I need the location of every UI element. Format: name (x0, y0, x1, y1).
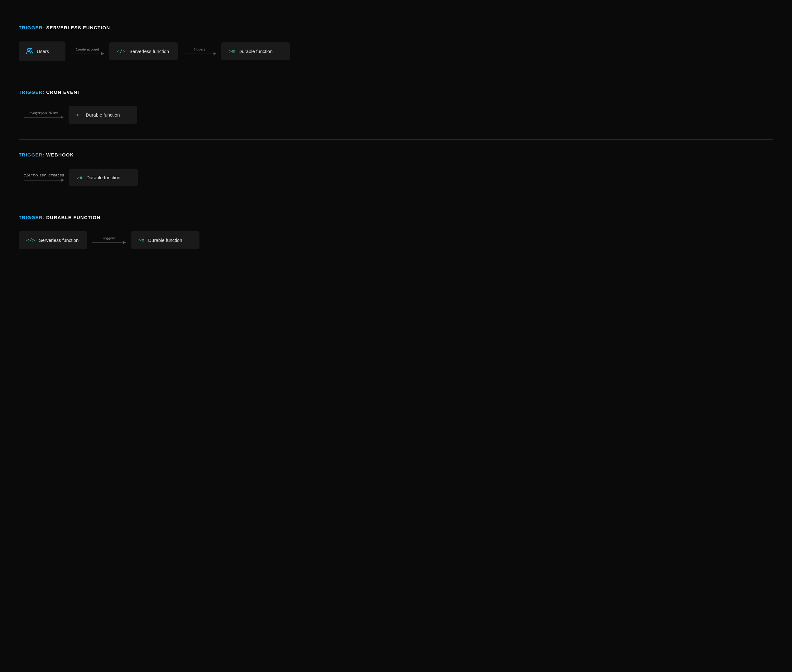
arrow-body-webhook (24, 180, 61, 181)
arrow-line-4 (92, 241, 126, 244)
arrow-label-create-account: Create account (76, 47, 99, 51)
arrow-head-2 (213, 52, 216, 55)
serverless-label-1: Serverless function (130, 49, 169, 54)
section-title-1: TRIGGER: SERVERLESS FUNCTION (19, 25, 773, 30)
arrow-label-triggers-4: triggers (104, 236, 115, 240)
node-users: Users (19, 42, 66, 61)
arrow-triggers-4: triggers (87, 236, 131, 244)
flow-row-2: everyday at 10 am >≡ Durable function (19, 106, 773, 124)
serverless-icon-1: </> (117, 49, 126, 54)
trigger-label-4: TRIGGER: (19, 215, 46, 220)
arrow-body-1 (70, 54, 101, 54)
arrow-head-webhook (61, 179, 64, 182)
durable-label-4: Durable function (148, 237, 182, 243)
durable-icon-webhook: >≡ (77, 175, 83, 180)
arrow-head-cron (61, 116, 64, 119)
section-title-2: TRIGGER: CRON EVENT (19, 90, 773, 95)
trigger-name-1: SERVERLESS FUNCTION (46, 25, 110, 30)
arrow-cron: everyday at 10 am (19, 111, 69, 119)
durable-icon-1: >≡ (229, 49, 235, 54)
flow-row-1: Users Create account </> Serverless func… (19, 42, 773, 61)
trigger-name-2: CRON EVENT (46, 90, 80, 95)
svg-point-1 (30, 48, 32, 50)
section-durable-function: TRIGGER: DURABLE FUNCTION </> Serverless… (19, 202, 773, 265)
node-serverless-4: </> Serverless function (19, 231, 87, 249)
arrow-triggers-1: triggers (178, 47, 221, 55)
arrow-create-account: Create account (66, 47, 109, 55)
section-title-3: TRIGGER: WEBHOOK (19, 152, 773, 157)
flow-row-4: </> Serverless function triggers >≡ Dura… (19, 231, 773, 249)
serverless-label-4: Serverless function (39, 237, 79, 243)
arrow-line-2 (182, 52, 216, 55)
arrow-label-webhook: clerk/user.created (24, 173, 64, 178)
node-durable-1: >≡ Durable function (221, 42, 290, 60)
arrow-line-1 (70, 52, 104, 55)
arrow-body-2 (182, 54, 213, 54)
trigger-label-3: TRIGGER: (19, 152, 46, 157)
node-durable-cron: >≡ Durable function (69, 106, 137, 124)
node-durable-webhook: >≡ Durable function (69, 169, 138, 186)
section-webhook: TRIGGER: WEBHOOK clerk/user.created >≡ D… (19, 140, 773, 202)
users-icon (26, 48, 33, 55)
arrow-label-triggers-1: triggers (194, 47, 205, 51)
arrow-line-webhook (24, 179, 64, 182)
node-durable-4: >≡ Durable function (131, 231, 200, 249)
flow-row-3: clerk/user.created >≡ Durable function (19, 169, 773, 186)
serverless-icon-4: </> (26, 238, 35, 243)
durable-label-webhook: Durable function (86, 175, 120, 180)
arrow-head-1 (101, 52, 104, 55)
svg-point-0 (27, 48, 30, 51)
trigger-name-4: DURABLE FUNCTION (46, 215, 100, 220)
durable-icon-cron: >≡ (76, 112, 82, 117)
section-serverless-function: TRIGGER: SERVERLESS FUNCTION Users Creat… (19, 13, 773, 77)
page-container: TRIGGER: SERVERLESS FUNCTION Users Creat… (19, 13, 773, 265)
node-serverless-1: </> Serverless function (109, 42, 178, 60)
trigger-label-2: TRIGGER: (19, 90, 46, 95)
arrow-label-cron: everyday at 10 am (30, 111, 58, 115)
arrow-head-4 (123, 241, 126, 244)
arrow-webhook: clerk/user.created (19, 173, 69, 182)
durable-label-1: Durable function (238, 49, 272, 54)
durable-icon-4: >≡ (138, 238, 144, 243)
section-cron-event: TRIGGER: CRON EVENT everyday at 10 am >≡… (19, 77, 773, 139)
arrow-line-cron (24, 116, 64, 119)
users-label: Users (37, 49, 49, 54)
section-title-4: TRIGGER: DURABLE FUNCTION (19, 215, 773, 220)
durable-label-cron: Durable function (86, 112, 120, 117)
trigger-name-3: WEBHOOK (46, 152, 74, 157)
trigger-label-1: TRIGGER: (19, 25, 46, 30)
